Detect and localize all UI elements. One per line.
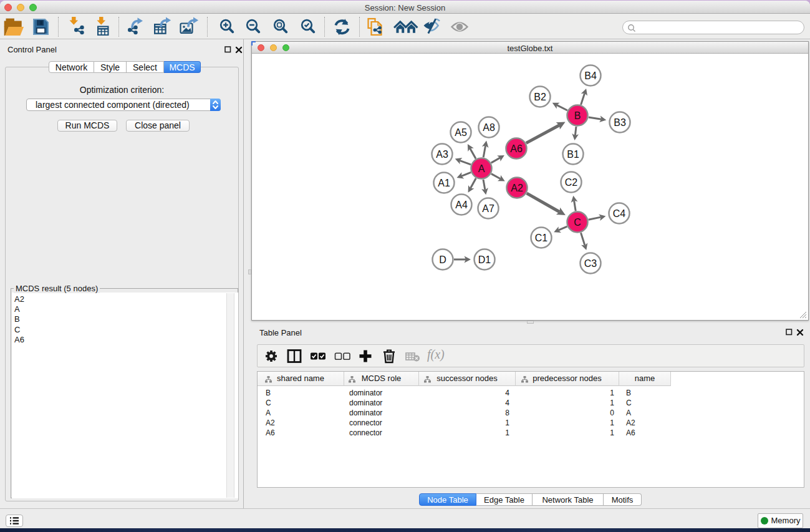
- svg-text:A4: A4: [455, 200, 468, 210]
- svg-text:A3: A3: [436, 149, 448, 160]
- svg-text:C: C: [574, 217, 581, 228]
- svg-text:C2: C2: [565, 177, 578, 188]
- svg-text:A6: A6: [510, 143, 523, 154]
- svg-text:A2: A2: [511, 183, 523, 193]
- svg-text:B3: B3: [614, 117, 626, 128]
- svg-text:B2: B2: [534, 92, 546, 102]
- svg-text:D: D: [439, 254, 446, 265]
- svg-text:A8: A8: [483, 122, 495, 133]
- svg-text:A1: A1: [438, 178, 450, 188]
- svg-text:B4: B4: [584, 70, 597, 81]
- svg-text:D1: D1: [478, 254, 491, 265]
- svg-text:B: B: [574, 110, 581, 121]
- svg-text:C1: C1: [535, 233, 548, 243]
- svg-text:C3: C3: [584, 258, 597, 269]
- svg-text:A7: A7: [482, 203, 494, 214]
- svg-text:C4: C4: [613, 208, 626, 219]
- svg-text:A: A: [478, 163, 485, 174]
- svg-text:A5: A5: [455, 127, 467, 138]
- svg-text:B1: B1: [567, 149, 579, 160]
